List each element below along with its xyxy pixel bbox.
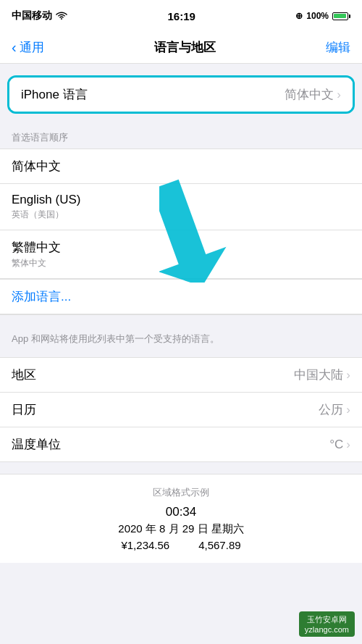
calendar-chevron-icon: › [346,403,350,417]
wifi-icon [56,10,67,22]
language-info-text: App 和网站将使用此列表中第一个受支持的语言。 [0,327,362,357]
add-language-button[interactable]: 添加语言... [0,279,362,314]
edit-button[interactable]: 编辑 [326,39,350,56]
temperature-label: 温度单位 [12,436,61,453]
region-row[interactable]: 地区 中国大陆 › [0,358,362,393]
region-value-text: 中国大陆 [294,367,343,383]
status-right: ⊕ 100% [295,11,350,21]
lang-main-0: 简体中文 [12,158,350,175]
calendar-row[interactable]: 日历 公历 › [0,393,362,427]
chevron-right-icon: › [337,88,341,102]
status-time: 16:19 [167,10,195,22]
format-number2: 4,567.89 [198,539,240,551]
format-time: 00:34 [12,505,350,519]
iphone-language-section: iPhone 语言 简体中文 › [7,75,355,114]
lang-item-traditional-chinese[interactable]: 繁體中文 繁体中文 [0,230,362,279]
status-bar: 中国移动 16:19 ⊕ 100% [0,0,362,32]
battery-icon [332,12,350,20]
calendar-value: 公历 › [319,401,350,418]
nav-bar: ‹ 通用 语言与地区 编辑 [0,32,362,64]
preferred-order-group: 简体中文 English (US) 英语（美国） 繁體中文 繁体中文 添加语言.… [0,149,362,315]
temperature-chevron-icon: › [346,438,350,452]
format-example-title: 区域格式示例 [12,486,350,499]
carrier-label: 中国移动 [12,9,52,22]
region-label: 地区 [12,367,36,383]
svg-point-0 [61,18,62,20]
region-section: 地区 中国大陆 › 日历 公历 › 温度单位 °C › [0,357,362,462]
format-date: 2020 年 8 月 29 日 星期六 [12,522,350,536]
temperature-value: °C › [329,438,350,452]
region-value: 中国大陆 › [294,367,350,383]
temperature-value-text: °C [329,438,343,452]
status-left: 中国移动 [12,9,67,22]
page-title: 语言与地区 [154,39,216,56]
iphone-language-value-text: 简体中文 [285,86,334,103]
watermark-line2: yzlangc.com [305,625,349,634]
back-label: 通用 [20,39,44,56]
lang-main-1: English (US) [12,193,350,207]
lang-item-english-us[interactable]: English (US) 英语（美国） [0,184,362,230]
charging-icon: ⊕ [295,11,303,21]
lang-main-2: 繁體中文 [12,239,350,256]
calendar-label: 日历 [12,401,36,418]
watermark: 玉竹安卓网 yzlangc.com [299,611,355,637]
region-chevron-icon: › [346,368,350,382]
format-example-section: 区域格式示例 00:34 2020 年 8 月 29 日 星期六 ¥1,234.… [0,474,362,563]
lang-item-simplified-chinese[interactable]: 简体中文 [0,149,362,184]
back-chevron-icon: ‹ [12,39,17,56]
preferred-order-label: 首选语言顺序 [0,125,362,149]
lang-sub-1: 英语（美国） [12,209,350,221]
calendar-value-text: 公历 [319,401,343,418]
lang-sub-2: 繁体中文 [12,257,350,269]
format-numbers: ¥1,234.56 4,567.89 [12,539,350,551]
iphone-language-row[interactable]: iPhone 语言 简体中文 › [9,78,353,112]
preferred-order-section: 首选语言顺序 简体中文 English (US) 英语（美国） 繁體中文 繁体中… [0,125,362,357]
content: iPhone 语言 简体中文 › 首选语言顺序 简体中文 English (US… [0,64,362,563]
temperature-row[interactable]: 温度单位 °C › [0,427,362,461]
iphone-language-label: iPhone 语言 [21,86,88,103]
watermark-line1: 玉竹安卓网 [307,614,347,625]
back-button[interactable]: ‹ 通用 [12,39,44,56]
iphone-language-value: 简体中文 › [285,86,341,103]
format-number1: ¥1,234.56 [121,539,169,551]
battery-percent: 100% [306,11,329,21]
